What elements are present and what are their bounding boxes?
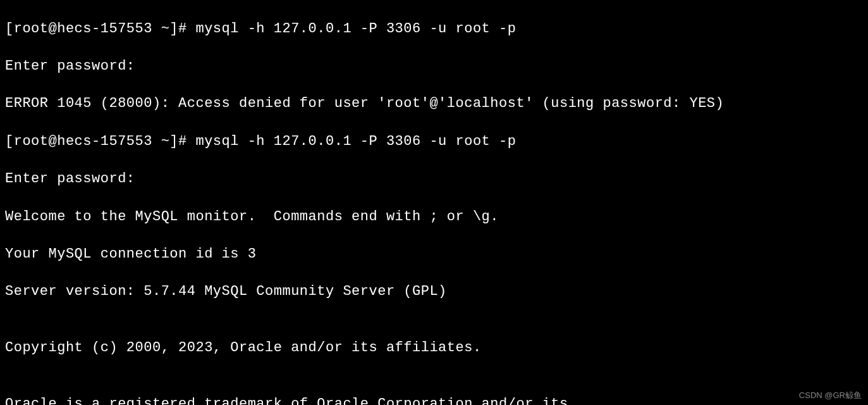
terminal-line: ERROR 1045 (28000): Access denied for us… <box>5 94 863 113</box>
terminal-line: Enter password: <box>5 170 863 189</box>
terminal-line: Welcome to the MySQL monitor. Commands e… <box>5 208 863 227</box>
terminal-line: Server version: 5.7.44 MySQL Community S… <box>5 282 863 301</box>
terminal-line: Your MySQL connection id is 3 <box>5 245 863 264</box>
terminal-line: [root@hecs-157553 ~]# mysql -h 127.0.0.1… <box>5 20 863 39</box>
terminal-line: Copyright (c) 2000, 2023, Oracle and/or … <box>5 339 863 358</box>
terminal-line: Oracle is a registered trademark of Orac… <box>5 395 863 405</box>
terminal-output[interactable]: [root@hecs-157553 ~]# mysql -h 127.0.0.1… <box>5 1 863 405</box>
terminal-line: Enter password: <box>5 57 863 76</box>
terminal-line: [root@hecs-157553 ~]# mysql -h 127.0.0.1… <box>5 132 863 151</box>
watermark-text: CSDN @GR鲸鱼 <box>799 390 862 401</box>
